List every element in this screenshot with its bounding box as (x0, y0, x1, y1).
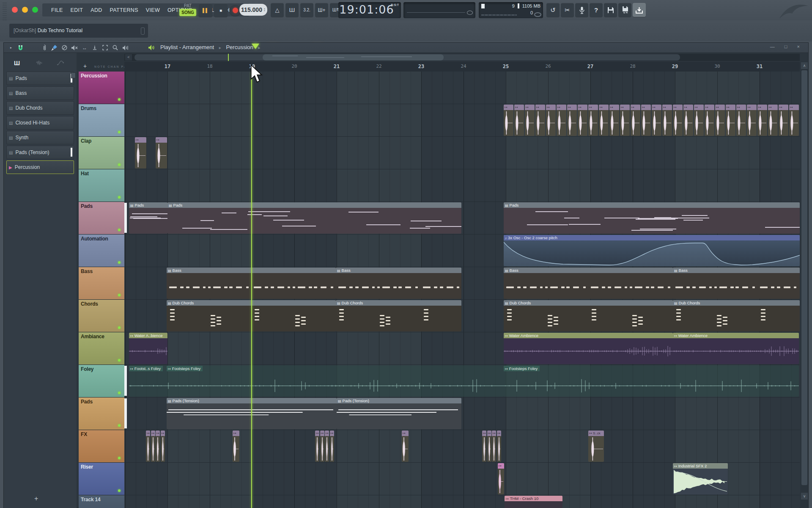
slip-paperclip-icon[interactable] (40, 44, 48, 51)
pattern-item-synth[interactable]: ▤Synth (6, 131, 74, 144)
pattern-item-closed-hi-hats[interactable]: ▤Closed Hi-Hats (6, 116, 74, 130)
pattern-clip-bass[interactable]: ▤Bass (336, 268, 461, 299)
loop-record-button[interactable]: Ш+ (315, 3, 328, 17)
audio-clip[interactable]: ↦ (557, 105, 566, 136)
pattern-list-scrollbar[interactable] (71, 72, 76, 78)
audio-clip[interactable]: ↦ (525, 105, 535, 136)
wait-for-input-button[interactable]: Ш (285, 3, 299, 17)
audio-clip[interactable]: ↦ (315, 431, 319, 462)
track-enable-led[interactable] (118, 294, 121, 296)
menu-file[interactable]: FILE (47, 7, 67, 13)
track-lane-pads[interactable]: ▤Pads (Tension)▤Pads (Tension) (124, 398, 800, 430)
zoom-tool-icon[interactable] (111, 44, 119, 51)
minimize-traffic-light[interactable] (22, 7, 28, 13)
track-header-pads[interactable]: Pads (79, 202, 124, 235)
audio-clip[interactable]: ↦ (497, 431, 501, 462)
track-enable-led[interactable] (118, 261, 121, 264)
menu-add[interactable]: ADD (87, 7, 106, 13)
slice-tool-icon[interactable] (91, 44, 99, 51)
audio-clip[interactable]: ↦ (673, 105, 683, 136)
metronome-button[interactable]: △ (271, 3, 284, 17)
pattern-clip-pads[interactable]: ▤Pads (504, 202, 800, 234)
tempo-display[interactable]: 115.000 ▲▼ (239, 4, 267, 16)
add-pattern-list-button[interactable]: + (34, 495, 38, 502)
track-lane-percussion[interactable] (124, 72, 800, 104)
cut-button[interactable]: ✂ (561, 3, 574, 17)
tab-automation-icon[interactable] (57, 60, 64, 66)
track-enable-led[interactable] (118, 98, 121, 101)
audio-clip[interactable]: ↦ (726, 105, 735, 136)
menu-patterns[interactable]: PATTERNS (106, 7, 142, 13)
snap-magnet-icon[interactable] (16, 44, 24, 51)
track-header-percussion[interactable]: Percussion (79, 72, 124, 104)
track-header-clap[interactable]: Clap (79, 137, 124, 169)
audio-clip[interactable]: ↦ (151, 431, 155, 462)
audio-clip[interactable]: ↦ (768, 105, 778, 136)
pattern-item-pads-tension-[interactable]: ▤Pads (Tension) (6, 146, 74, 159)
audio-clip[interactable]: ↦ (546, 105, 556, 136)
delete-icon[interactable] (60, 44, 68, 51)
audio-clip[interactable]: ↦ (402, 431, 409, 462)
mute-icon[interactable] (71, 44, 78, 51)
preview-speaker-icon[interactable] (148, 44, 155, 51)
audio-clip-industrial-sfx-2[interactable]: ↦Industrial SFX 2 (673, 463, 728, 494)
track-header-foley[interactable]: Foley (79, 365, 124, 398)
track-lane-foley[interactable]: ↦Footst..s Foley↦Footsteps Foley↦Footste… (124, 365, 800, 398)
audio-clip[interactable]: ↦ (757, 105, 767, 136)
track-enable-led[interactable] (118, 489, 121, 492)
track-lane-bass[interactable]: ▤Bass▤Bass▤Bass▤Bass (124, 267, 800, 300)
audio-clip[interactable]: ↦ (715, 105, 725, 136)
tab-patterns-piano-icon[interactable]: Ш (14, 60, 20, 66)
tempo-spinner[interactable]: ▲▼ (263, 8, 266, 12)
track-lane-drums[interactable]: ↦↦↦↦↦↦↦↦↦↦↦↦↦↦↦↦↦↦↦↦↦↦↦↦↦↦↦↦ (124, 104, 800, 137)
pause-button[interactable]: ▌▌ (199, 3, 212, 17)
stop-button[interactable]: ■ (214, 3, 228, 17)
pat-mode-label[interactable]: PAT (179, 3, 196, 9)
audio-clip[interactable]: ↦ (705, 105, 714, 136)
tab-audio-icon[interactable] (36, 60, 44, 66)
audio-clip-footst-s-foley[interactable]: ↦Footst..s Foley (129, 365, 167, 397)
track-enable-led[interactable] (118, 163, 121, 166)
track-lane-riser[interactable]: ↦↦Industrial SFX 2 (124, 463, 800, 495)
track-lane-automation[interactable]: ♪3x Osc - Osc 2 coarse pitch (124, 235, 800, 267)
track-header-chords[interactable]: Chords (79, 300, 124, 332)
track-lane-fx[interactable]: ↦↦↦↦↦↦↦↦↦↦↦↦↦↦↦ S..ck (124, 430, 800, 463)
pattern-clip-dub-chords[interactable]: ▤Dub Chords (504, 300, 673, 331)
playhead-marker[interactable] (252, 44, 259, 49)
track-enable-led[interactable] (118, 424, 121, 427)
pattern-clip-pads[interactable]: ▤Pads (129, 202, 167, 234)
audio-clip[interactable]: ↦ (146, 431, 150, 462)
audio-clip[interactable]: ↦ (779, 105, 788, 136)
horizontal-scrollbar[interactable]: < (124, 54, 800, 61)
audio-clip[interactable]: ↦ (631, 105, 640, 136)
pattern-clip-pads[interactable]: ▤Pads (167, 202, 461, 234)
pattern-clip-dub-chords[interactable]: ▤Dub Chords (336, 300, 461, 331)
audio-clip-water-ambience[interactable]: ↦Water Ambience (504, 333, 673, 364)
audio-clip[interactable]: ↦ (641, 105, 651, 136)
timeline-ruler[interactable]: 171819202122232425262728293031 (124, 62, 800, 72)
track-lane-track-14[interactable]: ↦THM - Crash 10 (124, 495, 800, 508)
audio-clip[interactable]: ↦ (747, 105, 757, 136)
track-header-fx[interactable]: FX (79, 430, 124, 463)
audio-clip[interactable]: ↦ (588, 105, 598, 136)
pattern-item-percussion[interactable]: ▶Percussion (6, 160, 74, 174)
track-enable-led[interactable] (118, 131, 121, 133)
audio-clip[interactable]: ↦ (620, 105, 630, 136)
select-tool-icon[interactable] (101, 44, 109, 51)
paint-brush-icon[interactable] (50, 44, 58, 51)
audio-clip[interactable]: ↦ (599, 105, 609, 136)
track-enable-led[interactable] (118, 457, 121, 459)
pattern-clip-pads-tension-[interactable]: ▤Pads (Tension) (337, 398, 461, 429)
audio-clip-footsteps-foley[interactable]: ↦Footsteps Foley (167, 365, 504, 397)
track-enable-led[interactable] (118, 229, 121, 231)
track-header-bass[interactable]: Bass (79, 267, 124, 300)
undo-button[interactable]: ↺ (546, 3, 560, 17)
scroll-down-button[interactable]: ∨ (801, 493, 808, 500)
track-lane-clap[interactable]: ↦↦ (124, 137, 800, 169)
pattern-item-dub-chords[interactable]: ▤Dub Chords (6, 101, 74, 115)
audio-clip[interactable]: ↦ (325, 431, 329, 462)
scroll-left-button[interactable]: < (125, 54, 132, 61)
track-lane-chords[interactable]: ▤Dub Chords▤Dub Chords▤Dub Chords▤Dub Ch… (124, 300, 800, 332)
track-header-riser[interactable]: Riser (79, 463, 124, 495)
track-header-hat[interactable]: Hat (79, 169, 124, 202)
